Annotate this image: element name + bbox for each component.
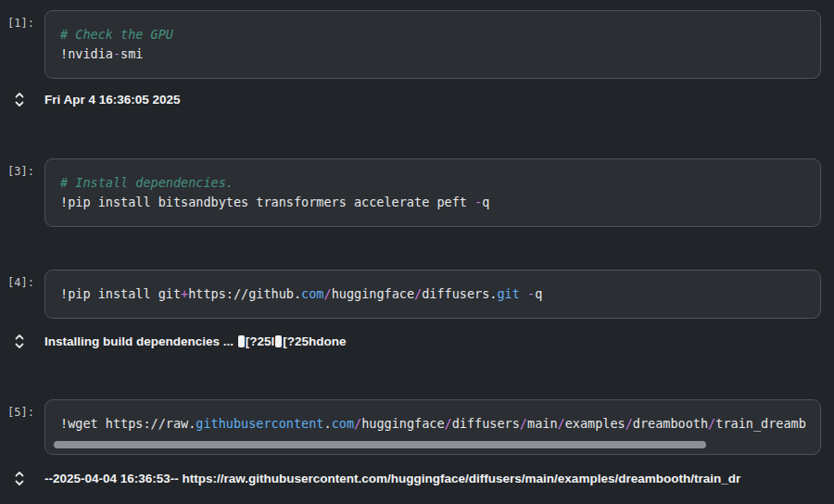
- code-token: train_dreamb: [715, 416, 806, 431]
- code-token: dreambooth: [633, 416, 708, 431]
- output-block: Installing build dependencies ... ␛[?25l…: [0, 330, 834, 352]
- code-token: diffusers: [452, 416, 520, 431]
- code-token: -: [527, 286, 535, 301]
- code-cell-editor[interactable]: !wget https://raw.githubusercontent.com/…: [44, 399, 821, 455]
- code-token: /: [520, 416, 527, 431]
- code-token: !pip install git: [60, 286, 181, 301]
- code-token: +: [181, 286, 188, 301]
- escape-char-box: ␛: [238, 335, 245, 347]
- code-cell-block: [4]:!pip install git+https://github.com/…: [0, 270, 834, 319]
- code-cell-editor[interactable]: !pip install git+https://github.com/hugg…: [44, 270, 821, 319]
- cell-execution-prompt: [1]:: [0, 10, 44, 30]
- code-token: !pip install bitsandbytes transformers a…: [60, 195, 474, 209]
- unfold-chevrons-icon[interactable]: [14, 334, 27, 349]
- code-line: !pip install bitsandbytes transformers a…: [60, 193, 805, 212]
- code-token: main: [527, 416, 558, 431]
- code-token: !nvidia: [60, 46, 113, 61]
- code-cell-editor[interactable]: # Install dependencies.!pip install bits…: [44, 158, 821, 227]
- code-line: !wget https://raw.githubusercontent.com/…: [60, 414, 805, 434]
- unfold-chevrons-icon[interactable]: [14, 471, 27, 486]
- code-token: [?25hdone: [283, 334, 346, 348]
- code-token: /: [324, 286, 332, 301]
- code-cell-block: [3]:# Install dependencies.!pip install …: [0, 158, 834, 227]
- code-line: # Install dependencies.: [60, 173, 805, 193]
- output-text: Fri Apr 4 16:36:05 2025: [44, 93, 834, 107]
- code-token: -: [474, 195, 482, 209]
- cell-execution-prompt: [3]:: [0, 158, 44, 178]
- code-token: /: [414, 286, 422, 301]
- code-token: -: [113, 46, 120, 61]
- code-token: githubusercontent: [196, 416, 323, 431]
- cell-execution-prompt: [5]:: [0, 399, 44, 419]
- notebook: [1]:# Check the GPU!nvidia-smiFri Apr 4 …: [0, 0, 834, 489]
- code-token: [520, 286, 527, 301]
- code-token: Fri Apr 4 16:36:05 2025: [44, 93, 181, 107]
- code-token: !wget https://raw.: [60, 416, 196, 431]
- code-token: /: [558, 416, 565, 431]
- code-line: !nvidia-smi: [60, 44, 805, 64]
- code-token: huggingface: [332, 286, 414, 301]
- output-block: Fri Apr 4 16:36:05 2025: [0, 88, 834, 110]
- code-token: git: [497, 286, 519, 301]
- code-token: --2025-04-04 16:36:53-- https://raw.gith…: [44, 472, 740, 485]
- output-block: --2025-04-04 16:36:53-- https://raw.gith…: [0, 467, 834, 489]
- output-text: --2025-04-04 16:36:53-- https://raw.gith…: [44, 472, 834, 485]
- escape-char-box: ␛: [275, 335, 282, 347]
- code-cell-block: [1]:# Check the GPU!nvidia-smi: [0, 10, 834, 79]
- code-line: !pip install git+https://github.com/hugg…: [60, 284, 805, 304]
- code-line: # Check the GPU: [60, 25, 805, 44]
- code-token: [?25l: [246, 334, 275, 348]
- code-token: /: [626, 416, 633, 431]
- code-token: com: [332, 416, 354, 431]
- code-token: /: [354, 416, 361, 431]
- code-token: /: [445, 416, 452, 431]
- code-cell-block: [5]:!wget https://raw.githubusercontent.…: [0, 399, 834, 455]
- code-token: q: [482, 195, 489, 209]
- output-text: Installing build dependencies ... ␛[?25l…: [44, 334, 834, 348]
- unfold-chevrons-icon[interactable]: [14, 92, 27, 107]
- code-token: huggingface: [361, 416, 444, 431]
- code-token: # Check the GPU: [60, 27, 173, 42]
- code-token: q: [535, 286, 542, 301]
- code-token: Installing build dependencies ...: [44, 334, 237, 348]
- code-token: # Install dependencies.: [60, 175, 234, 190]
- code-token: smi: [120, 46, 143, 61]
- cell-execution-prompt: [4]:: [0, 270, 44, 289]
- horizontal-scrollbar-thumb[interactable]: [54, 441, 706, 448]
- code-token: diffusers.: [422, 286, 497, 301]
- code-token: .: [323, 416, 331, 431]
- code-token: https://github.: [188, 286, 301, 301]
- code-cell-editor[interactable]: # Check the GPU!nvidia-smi: [44, 10, 821, 79]
- code-token: com: [301, 286, 323, 301]
- code-token: examples: [565, 416, 626, 431]
